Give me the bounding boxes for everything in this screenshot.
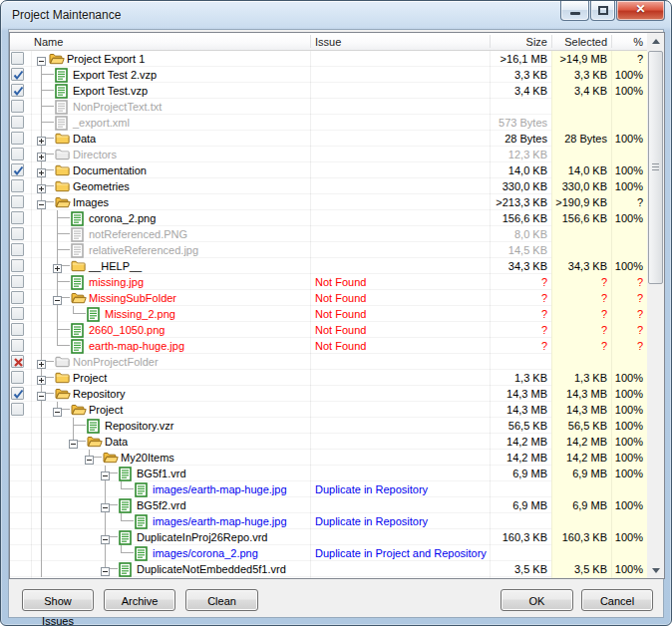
tree-row[interactable]: images/corona_2.pngDuplicate in Project … xyxy=(10,545,647,561)
tree-row[interactable]: Missing_2.pngNot Found??? xyxy=(10,306,647,322)
tree-row[interactable]: Project1,3 KB1,3 KB100% xyxy=(10,370,647,386)
column-divider[interactable] xyxy=(611,35,612,48)
tree-expander-minus[interactable] xyxy=(37,197,46,206)
tree-row[interactable]: Documentation14,0 KB14,0 KB100% xyxy=(10,162,647,178)
row-label[interactable]: _export.xml xyxy=(73,115,130,131)
row-label[interactable]: DuplicateNotEmbedded5f1.vrd xyxy=(137,561,286,577)
column-header-size[interactable]: Size xyxy=(464,33,547,51)
tree-row[interactable]: BG5f2.vrd6,9 MB6,9 MB100% xyxy=(10,497,647,513)
row-checkbox-unchecked[interactable] xyxy=(11,132,24,145)
row-label[interactable]: corona_2.png xyxy=(89,210,156,226)
row-checkbox-unchecked[interactable] xyxy=(11,307,24,320)
tree-expander-plus[interactable] xyxy=(37,134,46,143)
row-label[interactable]: DuplicateInProj26Repo.vrd xyxy=(137,529,267,545)
row-checkbox-unchecked[interactable] xyxy=(11,403,24,416)
column-divider[interactable] xyxy=(490,35,491,48)
row-label[interactable]: Data xyxy=(105,434,128,450)
row-label[interactable]: NonProjectFolder xyxy=(73,354,159,370)
cancel-button[interactable]: Cancel xyxy=(581,589,653,611)
tree-row[interactable]: Images>213,3 KB>190,9 KB? xyxy=(10,194,647,210)
tree-row[interactable]: images/earth-map-huge.jpgDuplicate in Re… xyxy=(10,481,647,497)
row-checkbox-unchecked[interactable] xyxy=(11,148,24,160)
row-label[interactable]: relativeReferenced.jpg xyxy=(89,242,198,258)
tree-expander-plus[interactable] xyxy=(37,357,46,366)
row-label[interactable]: 2660_1050.png xyxy=(89,322,165,338)
row-label[interactable]: images/earth-map-huge.jpg xyxy=(153,513,287,529)
scroll-up-arrow[interactable] xyxy=(647,33,664,49)
row-label[interactable]: notReferenced.PNG xyxy=(89,226,187,242)
tree-row[interactable]: Repository14,3 MB14,3 MB100% xyxy=(10,386,647,402)
tree-expander-minus[interactable] xyxy=(37,389,46,398)
tree-row[interactable]: DuplicateInProj26Repo.vrd160,3 KB160,3 K… xyxy=(10,529,647,545)
column-divider[interactable] xyxy=(310,35,311,48)
tree-expander-minus[interactable] xyxy=(101,564,110,573)
tree-row[interactable]: earth-map-huge.jpgNot Found??? xyxy=(10,338,647,354)
tree-row[interactable]: corona_2.png156,6 KB156,6 KB100% xyxy=(10,210,647,226)
column-header-percent[interactable]: % xyxy=(609,33,643,51)
column-header-selected[interactable]: Selected xyxy=(553,33,607,51)
row-label[interactable]: NonProjectText.txt xyxy=(73,99,162,115)
row-checkbox-unchecked[interactable] xyxy=(11,100,24,113)
ok-button[interactable]: OK xyxy=(501,589,573,611)
row-checkbox-checked[interactable] xyxy=(11,387,24,400)
row-checkbox-unchecked[interactable] xyxy=(11,227,24,240)
row-checkbox-unchecked[interactable] xyxy=(11,116,24,129)
row-checkbox-unchecked[interactable] xyxy=(11,291,24,304)
tree-row[interactable]: Export Test.vzp3,4 KB3,4 KB100% xyxy=(10,83,647,99)
row-checkbox-unchecked[interactable] xyxy=(11,339,24,352)
row-label[interactable]: Images xyxy=(73,194,109,210)
row-label[interactable]: Project xyxy=(73,370,107,386)
tree-expander-minus[interactable] xyxy=(101,532,110,541)
row-label[interactable]: Export Test 2.vzp xyxy=(73,67,157,83)
minimize-button[interactable] xyxy=(560,1,589,21)
tree-row[interactable]: NonProjectFolder xyxy=(10,354,647,370)
tree-row[interactable]: BG5f1.vrd6,9 MB6,9 MB100% xyxy=(10,466,647,481)
row-checkbox-unchecked[interactable] xyxy=(11,179,24,192)
row-label[interactable]: BG5f2.vrd xyxy=(137,497,186,513)
tree-expander-minus[interactable] xyxy=(37,54,46,63)
row-label[interactable]: Project xyxy=(89,402,123,418)
tree-row[interactable]: Project Export 1>16,1 MB>14,9 MB? xyxy=(10,51,647,67)
row-checkbox-checked[interactable] xyxy=(11,84,24,97)
tree-row[interactable]: images/earth-map-huge.jpgDuplicate in Re… xyxy=(10,513,647,529)
row-checkbox-checked[interactable] xyxy=(11,68,24,81)
tree-row[interactable]: MissingSubFolderNot Found??? xyxy=(10,290,647,306)
row-label[interactable]: Repository.vzr xyxy=(105,418,173,434)
row-checkbox-unchecked[interactable] xyxy=(11,259,24,272)
tree-row[interactable]: 2660_1050.pngNot Found??? xyxy=(10,322,647,338)
row-label[interactable]: Missing_2.png xyxy=(105,306,175,322)
row-checkbox-unchecked[interactable] xyxy=(11,243,24,256)
tree-row[interactable]: Repository.vzr56,5 KB56,5 KB100% xyxy=(10,418,647,434)
tree-expander-minus[interactable] xyxy=(53,293,62,302)
tree-row[interactable]: notReferenced.PNG8,0 KB xyxy=(10,226,647,242)
row-label[interactable]: Directors xyxy=(73,147,117,162)
row-label[interactable]: BG5f1.vrd xyxy=(137,466,186,481)
tree-row[interactable]: missing.jpgNot Found??? xyxy=(10,274,647,290)
vertical-scrollbar[interactable] xyxy=(647,33,664,578)
tree-expander-plus[interactable] xyxy=(37,150,46,158)
tree-row[interactable]: __HELP__34,3 KB34,3 KB100% xyxy=(10,258,647,274)
row-label[interactable]: Data xyxy=(73,131,96,147)
tree-row[interactable]: Data28 Bytes28 Bytes100% xyxy=(10,131,647,147)
tree-row[interactable]: My20Items14,2 MB14,2 MB100% xyxy=(10,450,647,466)
row-checkbox-checked[interactable] xyxy=(11,163,24,176)
tree-expander-plus[interactable] xyxy=(37,181,46,190)
tree-row[interactable]: Geometries330,0 KB330,0 KB100% xyxy=(10,178,647,194)
tree-expander-minus[interactable] xyxy=(85,453,94,462)
row-label[interactable]: __HELP__ xyxy=(89,258,142,274)
row-checkbox-unchecked[interactable] xyxy=(11,371,24,384)
row-checkbox-cross[interactable] xyxy=(11,355,24,368)
tree-expander-minus[interactable] xyxy=(69,437,78,446)
show-issues-button[interactable]: Show Issues xyxy=(22,589,94,611)
row-label[interactable]: earth-map-huge.jpg xyxy=(89,338,184,354)
tree-expander-minus[interactable] xyxy=(53,405,62,414)
row-label[interactable]: missing.jpg xyxy=(89,274,144,290)
row-label[interactable]: images/corona_2.png xyxy=(153,545,258,561)
tree-expander-minus[interactable] xyxy=(101,500,110,509)
row-label[interactable]: My20Items xyxy=(121,450,174,466)
column-header-name[interactable]: Name xyxy=(34,33,63,51)
tree-row[interactable]: relativeReferenced.jpg14,5 KB xyxy=(10,242,647,258)
tree-row[interactable]: Project14,3 MB14,3 MB100% xyxy=(10,402,647,418)
row-label[interactable]: Export Test.vzp xyxy=(73,83,148,99)
tree-expander-plus[interactable] xyxy=(37,373,46,382)
